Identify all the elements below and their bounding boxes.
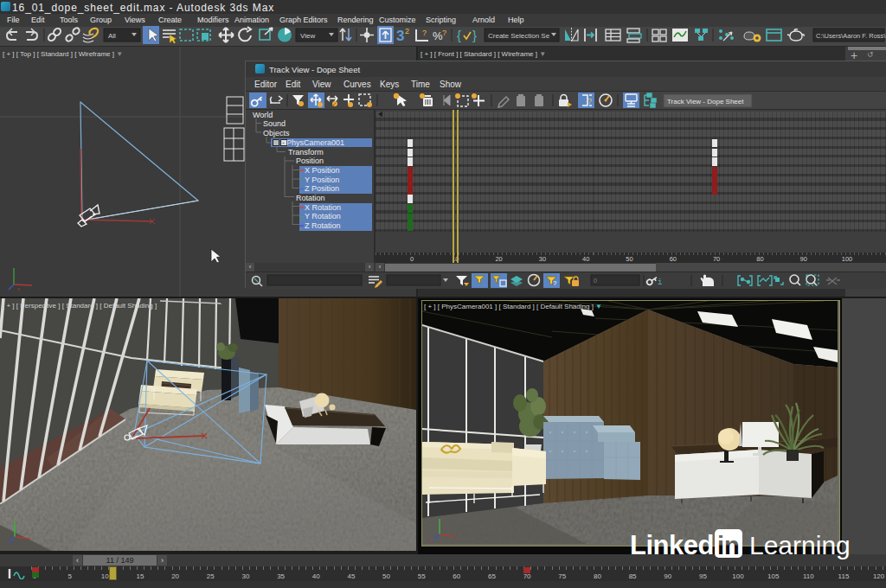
svg-text:?: ? — [553, 279, 557, 287]
svg-text:y: y — [429, 537, 432, 542]
svg-text:{: { — [457, 28, 461, 42]
svg-text:}: } — [472, 28, 477, 42]
svg-text:x: x — [17, 286, 20, 291]
svg-text:View: View — [300, 32, 315, 40]
svg-text:Track View - Dope Sheet: Track View - Dope Sheet — [667, 98, 744, 105]
svg-text:?: ? — [442, 29, 446, 37]
svg-text:Create Selection Se: Create Selection Se — [488, 32, 550, 40]
svg-text:C:\Users\Aaron F. Ross\Desktop: C:\Users\Aaron F. Ross\Desktop\E — [816, 32, 886, 40]
svg-text:All: All — [108, 32, 116, 40]
svg-text:?: ? — [422, 29, 427, 37]
svg-text:?: ? — [587, 97, 592, 105]
svg-text:in: in — [717, 532, 740, 559]
svg-text:Linked: Linked — [630, 530, 714, 560]
svg-text:Learning: Learning — [749, 531, 850, 559]
svg-text:3: 3 — [396, 28, 404, 44]
svg-text:x: x — [455, 535, 458, 540]
svg-text:i: i — [658, 278, 662, 287]
svg-text:0: 0 — [594, 278, 597, 284]
svg-text:2: 2 — [405, 27, 409, 35]
